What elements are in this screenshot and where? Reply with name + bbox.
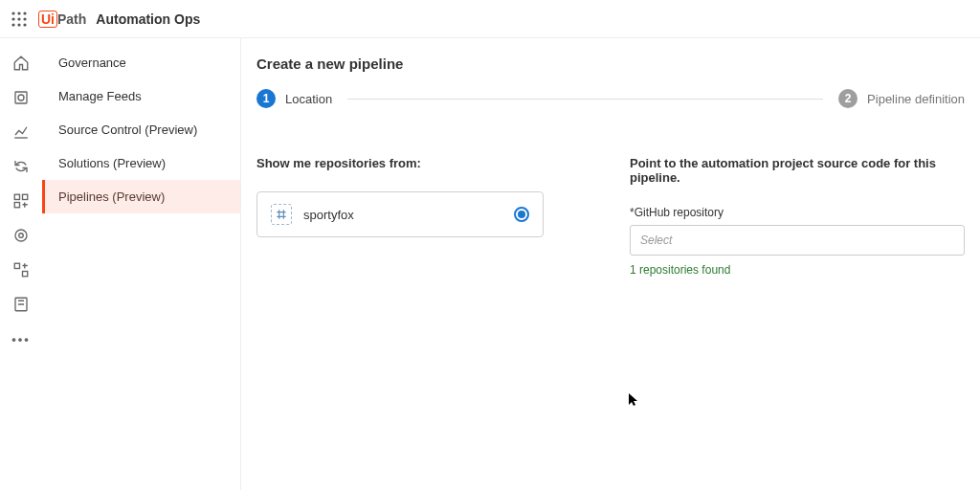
app-title: Automation Ops [96,11,200,27]
cube-icon[interactable] [11,88,31,107]
grid-plus-icon[interactable] [11,191,31,211]
brand-logo: UiPath [38,11,86,27]
modules-icon[interactable] [11,260,31,279]
chart-icon[interactable] [11,122,31,142]
sidebar-item-governance[interactable]: Governance [42,46,240,79]
more-icon[interactable]: ••• [11,329,31,348]
target-icon[interactable] [11,226,31,245]
stepper: 1 Location 2 Pipeline definition [256,89,965,108]
svg-rect-13 [14,203,19,208]
step-number-badge: 2 [838,89,858,108]
svg-point-7 [17,23,20,26]
repositories-heading: Show me repositories from: [256,156,591,170]
svg-point-15 [19,234,24,238]
repo-option-card[interactable]: sportyfox [256,191,544,237]
svg-rect-11 [14,194,19,199]
icon-rail: ••• [0,38,42,490]
sidebar-item-solutions[interactable]: Solutions (Preview) [42,146,240,180]
github-repo-select[interactable]: Select [630,225,965,256]
repo-name: sportyfox [303,208,354,222]
svg-point-10 [18,95,24,100]
repo-radio[interactable] [514,207,529,222]
svg-point-4 [17,17,20,20]
svg-point-6 [11,23,14,26]
svg-rect-9 [15,92,27,103]
svg-rect-12 [23,194,28,199]
repositories-found-text: 1 repositories found [630,263,965,277]
svg-point-8 [23,23,26,26]
svg-point-14 [15,230,27,241]
step-label: Pipeline definition [867,92,965,106]
radio-selected-dot [518,211,525,218]
refresh-icon[interactable] [11,157,31,176]
sidebar-item-pipelines[interactable]: Pipelines (Preview) [42,180,240,213]
svg-point-3 [11,17,14,20]
sidebar: Governance Manage Feeds Source Control (… [42,38,241,490]
main-content: Create a new pipeline 1 Location 2 Pipel… [241,38,980,490]
sidebar-item-source-control[interactable]: Source Control (Preview) [42,113,240,146]
sidebar-item-manage-feeds[interactable]: Manage Feeds [42,79,240,113]
svg-rect-17 [23,272,28,277]
home-icon[interactable] [11,54,31,73]
topbar: UiPath Automation Ops [0,0,980,38]
svg-rect-16 [14,263,19,268]
repositories-column: Show me repositories from: sportyfox [256,156,591,277]
svg-point-0 [11,11,14,14]
github-repo-label: *GitHub repository [630,206,965,219]
svg-point-1 [17,11,20,14]
server-icon[interactable] [11,295,31,314]
svg-point-5 [23,17,26,20]
repo-icon [271,204,292,225]
brand: UiPath Automation Ops [38,11,200,27]
app-launcher-icon[interactable] [8,8,31,31]
step-number-badge: 1 [256,89,276,108]
svg-point-2 [23,11,26,14]
step-location[interactable]: 1 Location [256,89,332,108]
step-label: Location [285,92,332,106]
project-source-column: Point to the automation project source c… [630,156,965,277]
project-source-heading: Point to the automation project source c… [630,156,965,185]
step-connector [347,99,823,100]
step-pipeline-definition[interactable]: 2 Pipeline definition [838,89,965,108]
page-title: Create a new pipeline [256,56,965,72]
